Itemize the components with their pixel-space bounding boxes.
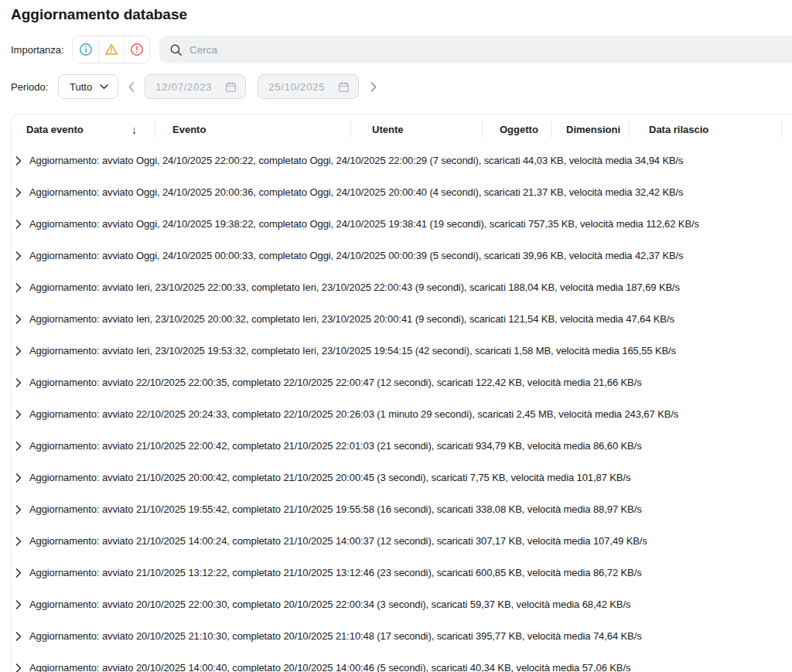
period-filter-row: Periodo: Tutto 12/07/2023 25/10/2025 <box>11 74 792 99</box>
date-to-value: 25/10/2025 <box>268 81 325 93</box>
importance-label: Importanza: <box>11 44 72 56</box>
event-summary: Aggiornamento: avviato 20/10/2025 22:00:… <box>29 599 630 610</box>
database-update-page: Aggiornamento database Importanza: <box>0 0 792 672</box>
event-summary: Aggiornamento: avviato 21/10/2025 14:00:… <box>29 535 647 547</box>
importance-critical-button[interactable] <box>124 36 149 63</box>
importance-filter-group <box>72 36 150 63</box>
calendar-icon <box>338 81 350 93</box>
period-selected-value: Tutto <box>70 81 92 93</box>
column-header-evento[interactable]: Evento <box>155 114 351 145</box>
expand-row-icon[interactable] <box>15 505 22 514</box>
table-row[interactable]: Aggiornamento: avviato 21/10/2025 19:55:… <box>12 493 792 525</box>
event-summary: Aggiornamento: avviato Ieri, 23/10/2025 … <box>29 313 674 325</box>
table-row[interactable]: Aggiornamento: avviato 20/10/2025 21:10:… <box>12 620 792 652</box>
event-summary: Aggiornamento: avviato 22/10/2025 22:00:… <box>29 377 642 388</box>
date-to-field[interactable]: 25/10/2025 <box>258 74 359 99</box>
importance-filter-row: Importanza: <box>11 36 792 63</box>
calendar-icon <box>225 81 237 93</box>
expand-row-icon[interactable] <box>15 251 22 261</box>
importance-info-button[interactable] <box>73 36 98 63</box>
column-header-data-evento[interactable]: Data evento ↓ <box>12 114 155 145</box>
expand-row-icon[interactable] <box>15 537 22 546</box>
expand-row-icon[interactable] <box>15 442 22 451</box>
period-prev-button[interactable] <box>125 77 138 96</box>
column-header-dimensioni[interactable]: Dimensioni <box>551 114 630 145</box>
events-table: Data evento ↓ Evento Utente Oggetto Dime… <box>11 114 792 672</box>
chevron-down-icon <box>100 84 108 90</box>
event-summary: Aggiornamento: avviato Ieri, 23/10/2025 … <box>29 281 680 293</box>
search-input[interactable] <box>189 36 792 63</box>
table-row[interactable]: Aggiornamento: avviato 22/10/2025 22:00:… <box>12 367 792 398</box>
date-from-value: 12/07/2023 <box>155 81 212 93</box>
event-summary: Aggiornamento: avviato 21/10/2025 20:00:… <box>29 472 630 483</box>
table-row[interactable]: Aggiornamento: avviato Ieri, 23/10/2025 … <box>12 303 792 335</box>
importance-warning-button[interactable] <box>98 36 124 63</box>
page-title: Aggiornamento database <box>11 6 792 23</box>
table-row[interactable]: Aggiornamento: avviato 20/10/2025 14:00:… <box>12 652 792 672</box>
table-row[interactable]: Aggiornamento: avviato Oggi, 24/10/2025 … <box>12 240 792 271</box>
table-row[interactable]: Aggiornamento: avviato 21/10/2025 14:00:… <box>12 525 792 557</box>
table-header: Data evento ↓ Evento Utente Oggetto Dime… <box>12 114 792 145</box>
expand-row-icon[interactable] <box>15 378 22 387</box>
event-summary: Aggiornamento: avviato 21/10/2025 13:12:… <box>29 567 642 578</box>
expand-row-icon[interactable] <box>15 632 22 641</box>
expand-row-icon[interactable] <box>15 410 22 419</box>
expand-row-icon[interactable] <box>15 568 22 578</box>
event-summary: Aggiornamento: avviato Oggi, 24/10/2025 … <box>29 250 684 261</box>
chevron-right-icon <box>370 82 377 92</box>
table-row[interactable]: Aggiornamento: avviato Ieri, 23/10/2025 … <box>12 335 792 367</box>
period-select[interactable]: Tutto <box>58 74 118 99</box>
period-next-button[interactable] <box>367 77 380 96</box>
expand-row-icon[interactable] <box>15 283 22 292</box>
expand-row-icon[interactable] <box>15 188 22 197</box>
table-row[interactable]: Aggiornamento: avviato Oggi, 24/10/2025 … <box>12 145 792 176</box>
expand-row-icon[interactable] <box>15 346 22 356</box>
table-row[interactable]: Aggiornamento: avviato 21/10/2025 20:00:… <box>12 462 792 493</box>
critical-icon <box>130 43 144 56</box>
search-box <box>159 36 792 63</box>
date-from-field[interactable]: 12/07/2023 <box>145 74 246 99</box>
event-summary: Aggiornamento: avviato 22/10/2025 20:24:… <box>29 408 678 420</box>
event-summary: Aggiornamento: avviato Oggi, 24/10/2025 … <box>29 155 684 166</box>
table-row[interactable]: Aggiornamento: avviato 21/10/2025 22:00:… <box>12 430 792 462</box>
column-header-utente[interactable]: Utente <box>351 114 483 145</box>
search-icon <box>169 43 183 56</box>
table-row[interactable]: Aggiornamento: avviato 22/10/2025 20:24:… <box>12 398 792 430</box>
expand-row-icon[interactable] <box>15 156 22 165</box>
event-summary: Aggiornamento: avviato 21/10/2025 19:55:… <box>29 503 642 515</box>
expand-row-icon[interactable] <box>15 315 22 324</box>
event-summary: Aggiornamento: avviato Ieri, 23/10/2025 … <box>29 345 676 356</box>
column-header-data-rilascio[interactable]: Data rilascio <box>630 114 782 145</box>
column-header-oggetto[interactable]: Oggetto <box>483 114 551 145</box>
sort-desc-icon[interactable]: ↓ <box>131 125 137 135</box>
info-icon <box>79 43 93 56</box>
table-body: Aggiornamento: avviato Oggi, 24/10/2025 … <box>12 145 792 672</box>
table-row[interactable]: Aggiornamento: avviato Oggi, 24/10/2025 … <box>12 176 792 208</box>
event-summary: Aggiornamento: avviato 21/10/2025 22:00:… <box>29 440 642 452</box>
event-summary: Aggiornamento: avviato 20/10/2025 21:10:… <box>29 630 642 642</box>
expand-row-icon[interactable] <box>15 663 22 672</box>
event-summary: Aggiornamento: avviato Oggi, 24/10/2025 … <box>29 186 684 198</box>
table-row[interactable]: Aggiornamento: avviato Ieri, 23/10/2025 … <box>12 271 792 303</box>
table-row[interactable]: Aggiornamento: avviato 21/10/2025 13:12:… <box>12 557 792 588</box>
table-row[interactable]: Aggiornamento: avviato Oggi, 24/10/2025 … <box>12 208 792 240</box>
event-summary: Aggiornamento: avviato 20/10/2025 14:00:… <box>29 662 630 672</box>
expand-row-icon[interactable] <box>15 473 22 483</box>
event-summary: Aggiornamento: avviato Oggi, 24/10/2025 … <box>29 218 699 230</box>
chevron-left-icon <box>128 82 135 92</box>
warning-icon <box>104 43 118 56</box>
expand-row-icon[interactable] <box>15 600 22 609</box>
expand-row-icon[interactable] <box>15 220 22 229</box>
table-row[interactable]: Aggiornamento: avviato 20/10/2025 22:00:… <box>12 588 792 620</box>
column-header-spacer <box>782 114 792 145</box>
period-label: Periodo: <box>11 81 58 93</box>
